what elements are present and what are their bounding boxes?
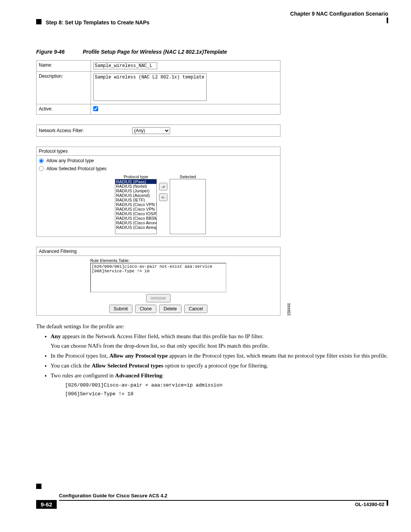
bullet-any: Any appears in the Network Access Filter… bbox=[51, 332, 388, 350]
code-line-2: [006]Service-Type != 10 bbox=[65, 391, 388, 398]
protocol-type-listbox[interactable]: RADIUS (iPass) RADIUS (Nortel) RADIUS (J… bbox=[115, 179, 157, 234]
figure-number: Figure 9-46 bbox=[36, 49, 65, 55]
rule-row[interactable]: [026/009/001]cisco-av-pair not-exist aaa… bbox=[92, 264, 225, 269]
list-item[interactable]: RADIUS (Juniper) bbox=[115, 189, 156, 193]
advanced-filtering-section: Advanced Filtering Rule Elements Table: … bbox=[36, 247, 280, 316]
selected-col-header: Selected bbox=[170, 174, 206, 179]
header-rule-tick bbox=[387, 18, 388, 23]
step-label: Step 8: Set Up Templates to Create NAPs bbox=[46, 19, 150, 26]
naf-dropdown[interactable]: (Any) bbox=[132, 127, 170, 134]
protocol-types-section: Protocol types Allow any Protocol type A… bbox=[36, 147, 280, 237]
figure-screenshot: Name: Description: Sample wireless (NAC … bbox=[36, 60, 284, 316]
list-item[interactable]: RADIUS (IETF) bbox=[115, 198, 156, 202]
name-label: Name: bbox=[37, 61, 91, 72]
radio-any-text: Allow any Protocol type bbox=[46, 158, 94, 163]
rule-row[interactable]: [006]Service-Type != 10 bbox=[92, 269, 225, 273]
selected-listbox[interactable] bbox=[170, 179, 206, 234]
cancel-button[interactable]: Cancel bbox=[184, 305, 207, 313]
active-checkbox[interactable] bbox=[93, 106, 98, 111]
chapter-label: Chapter 9 NAC Configuration Scenario bbox=[290, 11, 388, 17]
body-text: The default settings for the profile are… bbox=[36, 323, 388, 398]
decorative-square-bottom bbox=[36, 484, 41, 489]
radio-any-label[interactable]: Allow any Protocol type bbox=[39, 158, 94, 163]
move-right-button[interactable]: -> bbox=[159, 183, 167, 190]
radio-selected-label[interactable]: Allow Selected Protocol types bbox=[39, 166, 107, 171]
list-item[interactable]: RADIUS (Nortel) bbox=[115, 184, 156, 189]
list-item[interactable]: RADIUS (Cisco BBSM) bbox=[115, 216, 156, 220]
list-item[interactable]: RADIUS (Cisco VPN 5000) bbox=[115, 202, 156, 207]
description-label: Description: bbox=[37, 72, 91, 104]
guide-title: Configuration Guide for Cisco Secure ACS… bbox=[59, 493, 388, 498]
move-left-button[interactable]: <- bbox=[159, 193, 167, 201]
delete-button[interactable]: Delete bbox=[159, 305, 182, 313]
active-label: Active: bbox=[37, 104, 91, 115]
remove-button[interactable]: remove bbox=[146, 294, 170, 302]
list-item[interactable]: RADIUS (iPass) bbox=[115, 179, 156, 184]
list-item[interactable]: RADIUS (Ascend) bbox=[115, 193, 156, 198]
list-item[interactable]: RADIUS (Cisco Airespace) bbox=[115, 225, 156, 230]
radio-selected[interactable] bbox=[39, 166, 44, 171]
radio-any[interactable] bbox=[39, 158, 44, 163]
protocol-types-header: Protocol types bbox=[37, 147, 280, 156]
body-intro: The default settings for the profile are… bbox=[36, 323, 388, 330]
figure-id: 158446 bbox=[287, 303, 291, 316]
description-textarea[interactable]: Sample wireless (NAC L2 802.1x) template bbox=[93, 73, 207, 101]
naf-table: Network Access Filter: (Any) bbox=[36, 125, 280, 137]
name-input[interactable] bbox=[93, 62, 157, 69]
bullet-proto: In the Protocol types list, Allow any Pr… bbox=[51, 352, 388, 359]
list-item[interactable]: RADIUS (Cisco Aironet) bbox=[115, 220, 156, 225]
footer-tick bbox=[387, 500, 388, 506]
footer-rule bbox=[59, 500, 388, 501]
advanced-filtering-header: Advanced Filtering bbox=[37, 247, 280, 256]
protocol-type-col-header: Protocol type bbox=[115, 174, 157, 179]
bullet-any-sub: You can choose NAFs from the drop-down l… bbox=[51, 342, 388, 350]
doc-id: OL-14390-02 bbox=[355, 502, 384, 507]
clone-button[interactable]: Clone bbox=[135, 305, 156, 313]
radio-selected-text: Allow Selected Protocol types bbox=[46, 166, 107, 171]
rule-elements-listbox[interactable]: [026/009/001]cisco-av-pair not-exist aaa… bbox=[90, 263, 226, 292]
bullet-two-rules: Two rules are configured in Advanced Fil… bbox=[51, 372, 388, 397]
code-line-1: [026/009/001]Cisco-av-pair = aaa:service… bbox=[65, 382, 388, 389]
naf-label: Network Access Filter: bbox=[39, 128, 84, 133]
rule-elements-title: Rule Elements Table: bbox=[90, 258, 226, 263]
profile-setup-table: Name: Description: Sample wireless (NAC … bbox=[36, 60, 280, 115]
page-number: 9-62 bbox=[36, 500, 57, 509]
submit-button[interactable]: Submit bbox=[109, 305, 132, 313]
page-footer: Configuration Guide for Cisco Secure ACS… bbox=[36, 493, 388, 509]
list-item[interactable]: RADIUS (Cisco VPN 3000) bbox=[115, 207, 156, 211]
bullet-allow-selected: You can click the Allow Selected Protoco… bbox=[51, 362, 388, 369]
figure-title: Profile Setup Page for Wireless (NAC L2 … bbox=[83, 49, 227, 55]
list-item[interactable]: RADIUS (Cisco IOS/PIX 6) bbox=[115, 211, 156, 216]
